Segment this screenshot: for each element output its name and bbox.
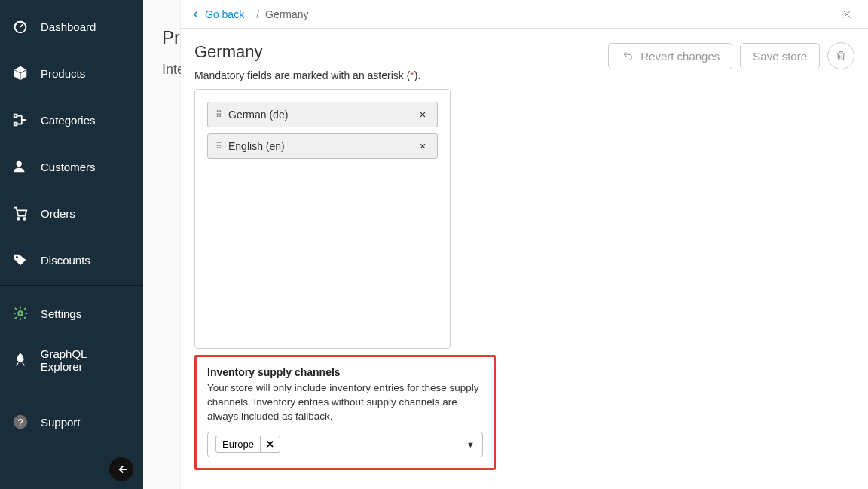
language-chip[interactable]: ⠿ English (en) [207,133,438,159]
revert-icon [621,50,634,61]
mandatory-suffix: ). [414,69,421,81]
svg-text:?: ? [17,417,23,428]
sidebar-item-label: Orders [41,207,75,220]
discounts-icon [12,252,41,268]
sidebar-item-label: Settings [41,307,81,320]
sidebar-item-categories[interactable]: Categories [0,96,143,143]
breadcrumb-separator: / [256,8,259,20]
delete-button[interactable] [827,42,854,69]
languages-card: ⠿ German (de) ⠿ English (en) [194,89,451,349]
dashboard-icon [12,18,41,35]
supply-channels-select[interactable]: Europe ✕ ▼ [207,432,483,457]
save-button[interactable]: Save store [740,43,820,69]
mandatory-prefix: Mandatory fields are marked with an aste… [194,69,410,81]
revert-button[interactable]: Revert changes [608,43,732,69]
sidebar-item-discounts[interactable]: Discounts [0,237,143,283]
svg-point-6 [16,256,18,258]
sidebar-item-graphql-explorer[interactable]: GraphQL Explorer [0,337,143,384]
breadcrumb: Go back / Germany [191,8,309,20]
categories-icon [12,112,41,128]
svg-rect-2 [14,123,17,126]
remove-channel-button[interactable]: ✕ [260,436,280,452]
language-label: German (de) [228,108,288,121]
sidebar-item-orders[interactable]: Orders [0,190,143,237]
close-button[interactable] [836,4,857,25]
sidebar-item-label: Support [41,416,81,429]
sidebar-item-settings[interactable]: Settings [0,290,143,337]
sidebar-item-customers[interactable]: Customers [0,143,143,190]
sidebar-item-support[interactable]: ? Support [0,399,143,445]
section-heading: Inventory supply channels [207,366,483,378]
svg-point-7 [18,311,23,316]
sidebar-item-products[interactable]: Products [0,50,143,96]
settings-icon [12,305,41,322]
save-label: Save store [753,50,807,63]
chevron-left-icon [191,10,200,19]
panel-header: Go back / Germany [181,0,868,29]
svg-point-4 [17,218,20,220]
detail-panel: Go back / Germany Germany Mandatory fiel… [181,0,868,489]
sidebar-item-label: Discounts [41,254,90,267]
action-buttons: Revert changes Save store [608,42,854,69]
sidebar: Dashboard Products Categories Customers [0,0,143,489]
trash-icon [835,50,847,62]
panel-content: ⠿ German (de) ⠿ English (en) Inventory s… [181,89,868,484]
sidebar-item-label: Products [41,67,85,80]
drag-handle-icon[interactable]: ⠿ [215,141,222,151]
remove-language-button[interactable] [416,109,429,120]
section-description: Your store will only include inventory e… [207,381,483,424]
remove-language-button[interactable] [416,141,429,151]
selected-channel-tag: Europe ✕ [215,436,280,453]
sidebar-divider [0,285,143,286]
drag-handle-icon[interactable]: ⠿ [215,109,222,120]
revert-label: Revert changes [640,50,720,63]
close-icon [841,8,853,20]
sidebar-collapse-button[interactable] [109,457,133,481]
inventory-supply-channels-section: Inventory supply channels Your store wil… [194,355,496,470]
rocket-icon [12,352,41,368]
x-icon [419,142,426,150]
x-icon [419,111,426,118]
language-label: English (en) [228,140,285,152]
sidebar-secondary-section: Settings GraphQL Explorer [0,287,143,384]
sidebar-item-label: Categories [41,114,96,127]
language-chip[interactable]: ⠿ German (de) [207,102,438,127]
svg-point-3 [17,161,22,167]
mandatory-note: Mandatory fields are marked with an aste… [194,69,420,81]
selected-channel-label: Europe [216,436,260,452]
customers-icon [12,158,41,175]
sidebar-item-label: Dashboard [41,20,96,33]
sidebar-item-label: Customers [41,160,96,173]
sidebar-item-label: GraphQL Explorer [41,347,131,373]
svg-rect-1 [14,115,17,118]
sidebar-main-section: Dashboard Products Categories Customers [0,0,143,283]
go-back-link[interactable]: Go back [191,8,244,20]
go-back-label: Go back [205,8,244,20]
panel-title-row: Germany Mandatory fields are marked with… [181,29,868,89]
orders-icon [12,205,41,222]
sidebar-item-dashboard[interactable]: Dashboard [0,3,143,50]
products-icon [12,65,41,81]
support-icon: ? [12,414,41,430]
breadcrumb-current: Germany [265,8,309,20]
caret-down-icon: ▼ [466,440,475,449]
panel-title: Germany [194,42,420,62]
svg-point-5 [23,218,26,220]
panel-title-block: Germany Mandatory fields are marked with… [194,42,420,81]
